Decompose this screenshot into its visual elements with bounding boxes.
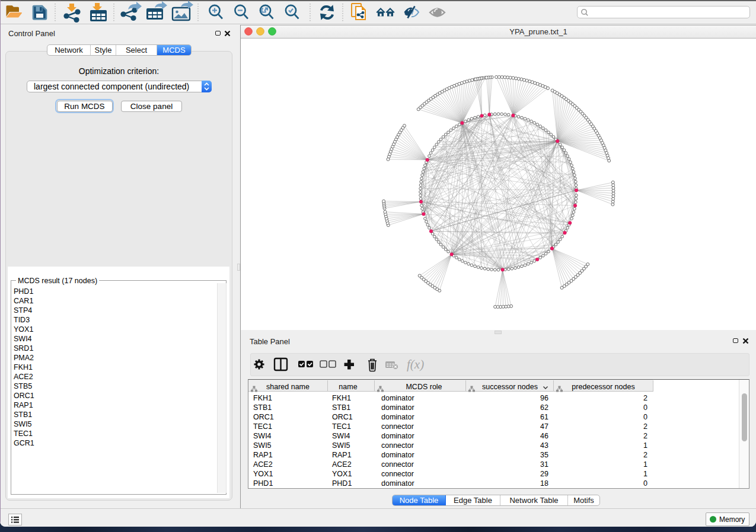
svg-text:f(x): f(x)	[407, 357, 424, 371]
